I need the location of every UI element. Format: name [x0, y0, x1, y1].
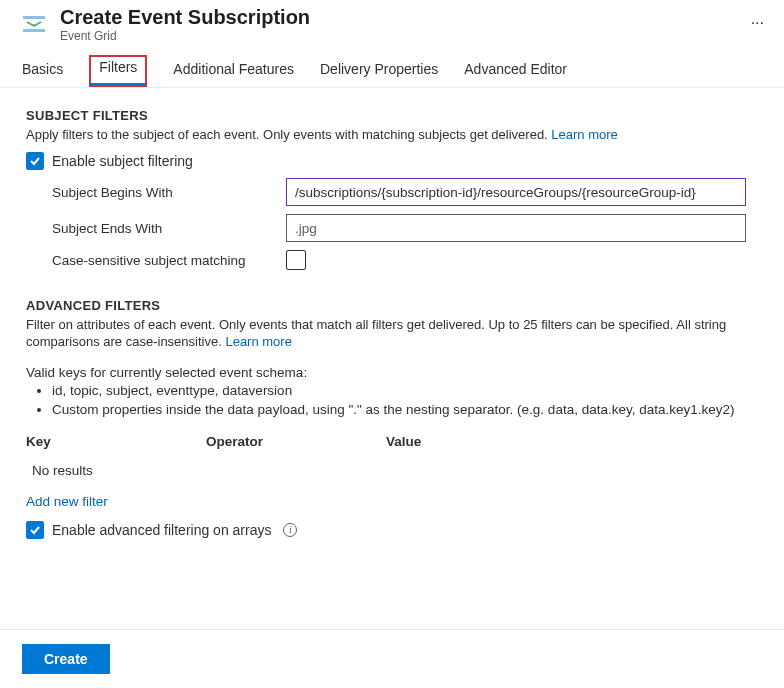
text: Filter on attributes of each event. Only…	[26, 317, 726, 349]
column-value: Value	[386, 434, 758, 449]
case-sensitive-label: Case-sensitive subject matching	[26, 253, 286, 268]
page-subtitle: Event Grid	[60, 29, 739, 43]
advanced-filters-description: Filter on attributes of each event. Only…	[26, 317, 758, 351]
learn-more-link[interactable]: Learn more	[551, 127, 617, 142]
svg-rect-1	[23, 29, 45, 32]
more-actions-button[interactable]: ···	[751, 4, 764, 32]
list-item: Custom properties inside the data payloa…	[52, 401, 758, 420]
add-new-filter-link[interactable]: Add new filter	[26, 494, 108, 509]
info-icon[interactable]: i	[283, 523, 297, 537]
valid-keys-list: id, topic, subject, eventtype, dataversi…	[26, 382, 758, 420]
svg-rect-0	[23, 16, 45, 19]
subject-filters-heading: SUBJECT FILTERS	[26, 108, 758, 123]
list-item: id, topic, subject, eventtype, dataversi…	[52, 382, 758, 401]
advanced-learn-more-link[interactable]: Learn more	[225, 334, 291, 349]
tab-additional-features[interactable]: Additional Features	[173, 57, 294, 87]
advanced-filters-heading: ADVANCED FILTERS	[26, 298, 758, 313]
subject-ends-with-label: Subject Ends With	[26, 221, 286, 236]
column-key: Key	[26, 434, 206, 449]
tab-filters[interactable]: Filters	[89, 55, 147, 87]
enable-advanced-arrays-checkbox[interactable]	[26, 521, 44, 539]
page-title: Create Event Subscription	[60, 6, 739, 29]
tab-advanced-editor[interactable]: Advanced Editor	[464, 57, 567, 87]
tab-bar: Basics Filters Additional Features Deliv…	[0, 43, 784, 88]
enable-subject-filtering-checkbox[interactable]	[26, 152, 44, 170]
create-button[interactable]: Create	[22, 644, 110, 674]
no-results-text: No results	[26, 457, 758, 484]
event-grid-icon	[20, 10, 48, 38]
filters-table-header: Key Operator Value	[26, 434, 758, 449]
subject-filters-description: Apply filters to the subject of each eve…	[26, 127, 758, 142]
enable-advanced-arrays-label: Enable advanced filtering on arrays	[52, 522, 271, 538]
enable-subject-filtering-label: Enable subject filtering	[52, 153, 193, 169]
tab-delivery-properties[interactable]: Delivery Properties	[320, 57, 438, 87]
subject-begins-with-input[interactable]	[286, 178, 746, 206]
tab-basics[interactable]: Basics	[22, 57, 63, 87]
subject-ends-with-input[interactable]	[286, 214, 746, 242]
valid-keys-heading: Valid keys for currently selected event …	[26, 365, 758, 380]
text: Apply filters to the subject of each eve…	[26, 127, 551, 142]
subject-begins-with-label: Subject Begins With	[26, 185, 286, 200]
column-operator: Operator	[206, 434, 386, 449]
case-sensitive-checkbox[interactable]	[286, 250, 306, 270]
